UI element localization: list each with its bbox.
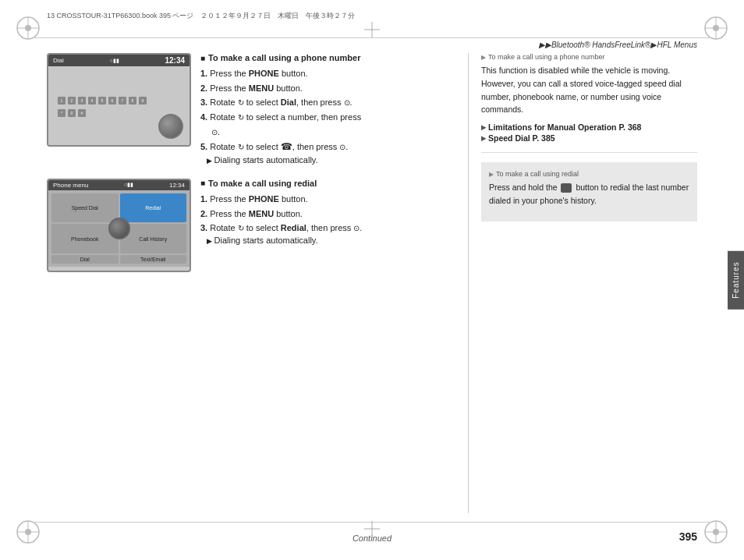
dial-key-0: 0: [68, 109, 76, 117]
dial-area: 1 2 3 4 5 6 7 8 9 * 0: [48, 66, 190, 145]
features-tab: Features: [728, 250, 744, 309]
menu-speed-dial: Speed Dial: [51, 193, 119, 223]
step1-4: 4. Rotate ↻ to select a number, then pre…: [200, 110, 468, 125]
sidebar-note1-text: This function is disabled while the vehi…: [481, 64, 697, 116]
dial-key-3: 3: [78, 97, 86, 105]
top-bar-text: 13 CROSSTOUR-31TP66300.book 395 ページ ２０１２…: [47, 11, 355, 21]
phone-menu-label: Phone menu: [53, 182, 88, 189]
phone-menu-grid: Speed Dial Redial Phonebook Call History…: [48, 190, 190, 267]
main-content: Dial ○▮▮ 12:34 1 2 3 4 5 6: [47, 53, 697, 513]
step1-5: 5. Rotate ↻ to select ☎, then press ⊙.: [200, 139, 468, 154]
step1-3: 3. Rotate ↻ to select Dial, then press ⊙…: [200, 95, 468, 110]
section1-title: To make a call using a phone number: [200, 53, 468, 62]
dial-signal: ○▮▮: [109, 58, 119, 64]
dial-key-hash: #: [78, 109, 86, 117]
page-number: 395: [679, 530, 697, 543]
dial-key-1: 1: [58, 97, 66, 105]
dial-key-2: 2: [68, 97, 76, 105]
bottom-center-crosshair: [364, 521, 380, 538]
section1-note: Dialing starts automatically.: [207, 155, 468, 165]
menu-redial: Redial: [120, 193, 187, 223]
phone-menu-header: Phone menu ○▮▮ 12:34: [48, 180, 190, 190]
dial-time: 12:34: [165, 56, 185, 65]
sidebar-gray-box: To make a call using redial Press and ho…: [481, 162, 697, 222]
right-sidebar: To make a call using a phone number This…: [468, 53, 697, 513]
section1-instructions: To make a call using a phone number 1. P…: [200, 53, 468, 165]
phone-menu-knob: [108, 218, 130, 239]
dial-knob: [158, 114, 183, 139]
section1-steps: 1. Press the PHONE button. 2. Press the …: [200, 66, 468, 155]
top-center-crosshair: [364, 22, 380, 39]
dial-key-7: 7: [119, 97, 126, 105]
top-bar: 13 CROSSTOUR-31TP66300.book 395 ページ ２０１２…: [47, 11, 697, 21]
dial-screen-header: Dial ○▮▮ 12:34: [48, 55, 190, 66]
dial-key-star: *: [58, 109, 66, 117]
sidebar-note2-text: Press and hold the button to redial the …: [489, 181, 689, 207]
dial-screen: Dial ○▮▮ 12:34 1 2 3 4 5 6: [47, 53, 191, 147]
phone-menu-signal: ○▮▮: [124, 182, 133, 188]
dial-key-8: 8: [129, 97, 136, 105]
redial-button-icon: [561, 183, 572, 193]
step1-1: 1. Press the PHONE button.: [200, 66, 468, 81]
sidebar-note2-title: To make a call using redial: [489, 170, 689, 178]
section2-note: Dialing starts automatically.: [207, 236, 468, 245]
section2-steps: 1. Press the PHONE button. 2. Press the …: [200, 192, 468, 236]
section2-block: Phone menu ○▮▮ 12:34 Speed Dial Redial P…: [47, 179, 468, 272]
step2-1: 1. Press the PHONE button.: [200, 192, 468, 207]
step1-4b: ⊙.: [200, 125, 468, 140]
sidebar-link1: Limitations for Manual Operation P. 368: [481, 122, 697, 132]
sidebar-divider: [481, 152, 697, 153]
step2-3: 3. Rotate ↻ to select Redial, then press…: [200, 221, 468, 236]
dial-key-6: 6: [108, 97, 116, 105]
dial-key-5: 5: [98, 97, 106, 105]
left-section: Dial ○▮▮ 12:34 1 2 3 4 5 6: [47, 53, 468, 513]
menu-text-email: Text/Email: [120, 255, 187, 264]
phone-menu-time: 12:34: [169, 182, 185, 189]
section2-instructions: To make a call using redial 1. Press the…: [200, 179, 468, 272]
page-header: ▶▶Bluetooth® HandsFreeLink®▶HFL Menus: [539, 41, 697, 49]
header-title: ▶▶Bluetooth® HandsFreeLink®▶HFL Menus: [539, 41, 697, 49]
dial-key-4: 4: [88, 97, 96, 105]
dial-label: Dial: [53, 57, 64, 64]
section2-title: To make a call using redial: [200, 179, 468, 188]
section1-block: Dial ○▮▮ 12:34 1 2 3 4 5 6: [47, 53, 468, 165]
menu-dial: Dial: [51, 255, 119, 264]
step1-2: 2. Press the MENU button.: [200, 81, 468, 96]
dial-key-9: 9: [139, 97, 147, 105]
sidebar-link2: Speed Dial P. 385: [481, 133, 697, 143]
step2-2: 2. Press the MENU button.: [200, 207, 468, 222]
phone-menu-screen: Phone menu ○▮▮ 12:34 Speed Dial Redial P…: [47, 179, 191, 272]
sidebar-note1-title: To make a call using a phone number: [481, 53, 697, 61]
